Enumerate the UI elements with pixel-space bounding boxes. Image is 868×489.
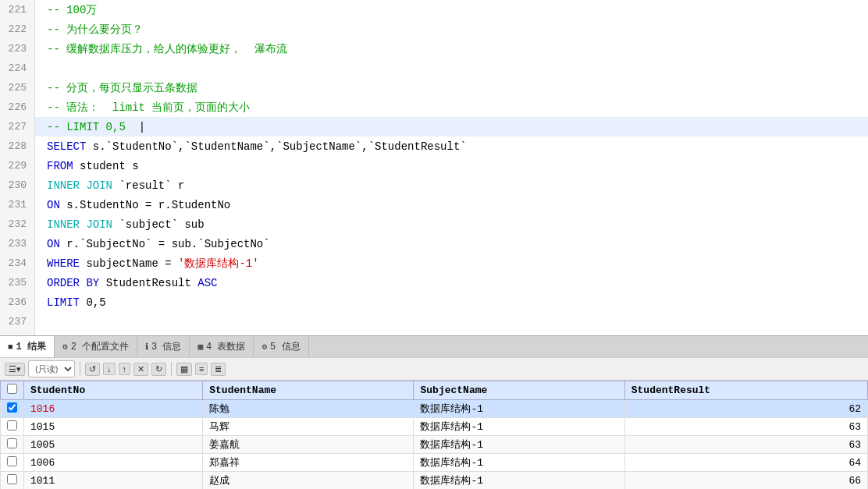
col-header-SubjectName: SubjectName: [414, 381, 624, 400]
cell-student-result: 63: [624, 418, 867, 436]
toolbar-btn-details[interactable]: ≣: [211, 363, 226, 376]
info-tab-icon: ℹ: [145, 342, 148, 352]
table-row[interactable]: 1016陈勉数据库结构-162: [1, 400, 868, 418]
line-content: ORDER BY StudentResult ASC: [35, 277, 217, 289]
table-row[interactable]: 1006郑嘉祥数据库结构-164: [1, 454, 868, 472]
line-number: 233: [0, 234, 35, 253]
toolbar-btn-reload[interactable]: ↻: [151, 363, 166, 376]
info-tab-label: 3 信息: [151, 340, 181, 353]
code-line: 233ON r.`SubjectNo` = sub.`SubjectNo`: [0, 234, 868, 253]
cell-student-name: 陈勉: [203, 400, 414, 418]
line-number: 228: [0, 136, 35, 156]
table-row[interactable]: 1015马辉数据库结构-163: [1, 418, 868, 436]
toolbar-btn-delete[interactable]: ✕: [133, 363, 148, 376]
cell-subject-name: 数据库结构-1: [414, 418, 624, 436]
col-header-StudentNo: StudentNo: [24, 381, 203, 400]
code-token: INNER JOIN: [47, 218, 119, 231]
code-line: 226-- 语法： limit 当前页，页面的大小: [0, 97, 868, 117]
code-token: ORDER BY: [47, 277, 106, 289]
cell-subject-name: 数据库结构-1: [414, 436, 624, 454]
row-checkbox-cell[interactable]: [1, 418, 24, 436]
code-line: 225-- 分页，每页只显示五条数据: [0, 78, 868, 97]
row-checkbox-cell[interactable]: [1, 454, 24, 472]
col-header-StudentResult: StudentResult: [624, 381, 867, 400]
line-number: 229: [0, 156, 35, 175]
row-checkbox-cell[interactable]: [1, 400, 24, 418]
line-content: -- LIMIT 0,5 |: [35, 121, 145, 133]
line-number: 236: [0, 292, 35, 312]
code-editor[interactable]: 221-- 100万222-- 为什么要分页？223-- 缓解数据库压力，给人的…: [0, 0, 868, 335]
cell-student-name: 郑嘉祥: [203, 454, 414, 472]
line-number: 226: [0, 97, 35, 117]
tab-info2[interactable]: ⚙5 信息: [254, 336, 308, 357]
tabs-bar: ■1 结果⚙2 个配置文件ℹ3 信息▦4 表数据⚙5 信息: [0, 335, 868, 357]
tabledata-tab-label: 4 表数据: [206, 340, 245, 353]
tab-info[interactable]: ℹ3 信息: [137, 336, 190, 357]
row-checkbox[interactable]: [7, 456, 17, 466]
line-number: 235: [0, 273, 35, 292]
col-header-cb: [1, 381, 24, 400]
cell-student-name: 姜嘉航: [203, 436, 414, 454]
code-token: `result` r: [119, 179, 184, 192]
code-line: 229FROM student s: [0, 156, 868, 175]
line-content: -- 语法： limit 当前页，页面的大小: [35, 101, 250, 115]
code-line: 235ORDER BY StudentResult ASC: [0, 273, 868, 292]
cell-student-result: 66: [624, 472, 867, 490]
row-checkbox-cell[interactable]: [1, 472, 24, 490]
line-number: 225: [0, 78, 35, 97]
tab-config[interactable]: ⚙2 个配置文件: [55, 336, 137, 357]
code-token: SELECT: [47, 140, 93, 153]
result-table: StudentNoStudentNameSubjectNameStudentRe…: [0, 381, 868, 489]
code-line: 224: [0, 58, 868, 78]
toolbar-btn-down[interactable]: ↓: [103, 363, 116, 375]
row-checkbox-cell[interactable]: [1, 436, 24, 454]
code-token: student s: [80, 160, 139, 172]
toolbar: ☰▾ (只读) ↺ ↓ ↑ ✕ ↻ ▦ ≡ ≣: [0, 357, 868, 381]
line-number: 221: [0, 0, 35, 19]
line-number: 223: [0, 39, 35, 58]
code-token: subjectName =: [86, 257, 178, 270]
line-number: 231: [0, 195, 35, 214]
table-row[interactable]: 1005姜嘉航数据库结构-163: [1, 436, 868, 454]
row-checkbox[interactable]: [7, 474, 17, 484]
toolbar-menu-btn[interactable]: ☰▾: [5, 363, 25, 376]
cell-subject-name: 数据库结构-1: [414, 400, 624, 418]
row-checkbox[interactable]: [7, 438, 17, 448]
table-row[interactable]: 1011赵成数据库结构-166: [1, 472, 868, 490]
code-token: -- 分页，每页只显示五条数据: [47, 81, 197, 95]
line-content: ON r.`SubjectNo` = sub.`SubjectNo`: [35, 238, 270, 250]
readonly-select[interactable]: (只读): [28, 360, 75, 377]
line-content: -- 100万: [35, 3, 97, 17]
line-number: 238: [0, 331, 35, 335]
select-all-checkbox[interactable]: [7, 384, 17, 394]
config-tab-label: 2 个配置文件: [71, 340, 129, 353]
cell-student-result: 62: [624, 400, 867, 418]
toolbar-btn-list[interactable]: ≡: [195, 363, 208, 375]
line-content: FROM student s: [35, 160, 139, 172]
tab-result[interactable]: ■1 结果: [0, 336, 55, 357]
code-token: 0,5: [86, 296, 105, 309]
row-checkbox[interactable]: [7, 420, 17, 431]
code-line: 223-- 缓解数据库压力，给人的体验更好， 瀑布流: [0, 39, 868, 58]
code-line: 234WHERE subjectName = '数据库结构-1': [0, 253, 868, 273]
toolbar-btn-refresh[interactable]: ↺: [85, 363, 100, 376]
code-line: 232INNER JOIN `subject` sub: [0, 214, 868, 234]
info2-tab-label: 5 信息: [270, 340, 300, 353]
code-line: 237: [0, 312, 868, 331]
tab-tabledata[interactable]: ▦4 表数据: [190, 336, 254, 357]
code-token: -- LIMIT 0,5: [47, 121, 126, 133]
result-tab-label: 1 结果: [16, 340, 46, 353]
toolbar-btn-up[interactable]: ↑: [119, 363, 131, 375]
line-content: -- 分页，每页只显示五条数据: [35, 81, 197, 95]
code-token: ASC: [197, 277, 217, 289]
row-checkbox[interactable]: [7, 402, 17, 413]
line-content: -- 缓解数据库压力，给人的体验更好， 瀑布流: [35, 42, 287, 56]
tabledata-tab-icon: ▦: [197, 342, 203, 352]
code-token: r.`SubjectNo` = sub.`SubjectNo`: [66, 238, 269, 250]
toolbar-btn-grid[interactable]: ▦: [176, 363, 192, 376]
code-token: s.`StudentNo`,`StudentName`,`SubjectName…: [93, 140, 467, 153]
cell-student-result: 63: [624, 436, 867, 454]
line-content: ON s.StudentNo = r.StudentNo: [35, 199, 230, 211]
cell-student-name: 赵成: [203, 472, 414, 490]
code-line: 236LIMIT 0,5: [0, 292, 868, 312]
